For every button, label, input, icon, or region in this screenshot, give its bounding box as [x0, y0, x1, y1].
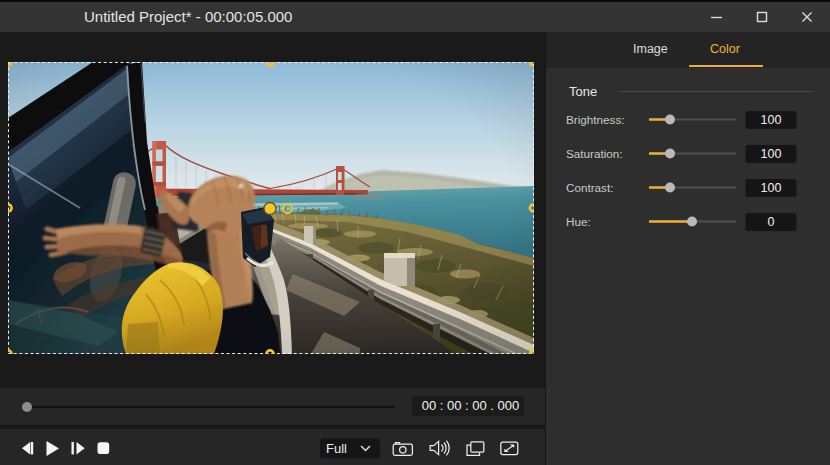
svg-text:Brightness:: Brightness: [566, 113, 624, 126]
svg-text:Hue:: Hue: [566, 215, 591, 228]
svg-text:Contrast:: Contrast: [566, 181, 613, 194]
svg-text:Saturation:: Saturation: [566, 147, 623, 160]
svg-text:100: 100 [761, 113, 782, 127]
svg-text:Full: Full [326, 441, 347, 456]
svg-text:100: 100 [761, 147, 782, 161]
svg-text:0: 0 [768, 215, 775, 229]
svg-text:100: 100 [761, 181, 782, 195]
